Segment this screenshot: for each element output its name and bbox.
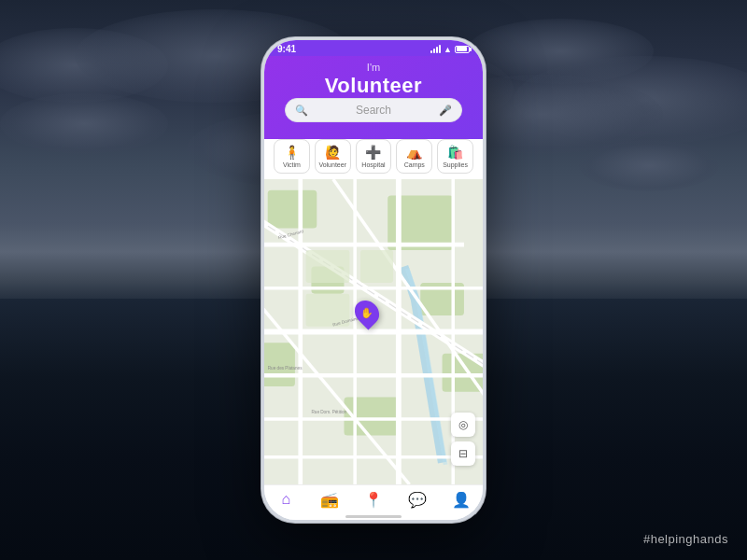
header: I'm Volunteer 🔍 Search 🎤 <box>264 56 483 139</box>
category-bar: 🧍 Victim 🙋 Volunteer ➕ Hospital ⛺ Camps … <box>264 139 483 179</box>
header-subtitle: I'm <box>274 62 473 73</box>
wifi-icon: ▲ <box>444 45 452 54</box>
phone-frame: 9:41 ▲ I'm Volunteer 🔍 Sear <box>261 37 486 523</box>
hashtag-label: #helpinghands <box>643 532 728 546</box>
search-input[interactable]: Search <box>313 104 434 117</box>
indicator-bar <box>345 515 402 518</box>
supplies-label: Supplies <box>443 161 468 168</box>
volunteer-icon: 🙋 <box>325 145 341 160</box>
header-title: Volunteer <box>274 74 473 98</box>
svg-rect-5 <box>264 343 295 386</box>
category-victim[interactable]: 🧍 Victim <box>274 139 310 174</box>
map-controls: ◎ ⊟ <box>451 413 475 466</box>
nav-radio[interactable]: 📻 <box>308 491 352 509</box>
svg-rect-1 <box>268 190 317 229</box>
phone-screen: 9:41 ▲ I'm Volunteer 🔍 Sear <box>264 40 483 520</box>
camps-icon: ⛺ <box>406 145 422 160</box>
category-supplies[interactable]: 🛍️ Supplies <box>437 139 473 174</box>
map-pin: ✋ <box>356 300 378 326</box>
svg-rect-22 <box>306 250 350 283</box>
category-hospital[interactable]: ➕ Hospital <box>356 139 392 174</box>
nav-profile[interactable]: 👤 <box>439 491 483 509</box>
location-button[interactable]: ◎ <box>451 413 475 437</box>
category-volunteer[interactable]: 🙋 Volunteer <box>315 139 351 174</box>
chat-icon: 💬 <box>408 491 427 509</box>
hospital-icon: ➕ <box>365 145 381 160</box>
pin-icon: ✋ <box>360 306 374 318</box>
status-time: 9:41 <box>277 44 296 54</box>
map-area[interactable]: Rue Chenard Rue Domaine Changeux Rue des… <box>264 179 483 484</box>
signal-icon <box>430 45 441 53</box>
svg-rect-23 <box>360 250 393 283</box>
nav-location[interactable]: 📍 <box>352 491 396 509</box>
bottom-nav: ⌂ 📻 📍 💬 👤 <box>264 484 483 516</box>
search-icon: 🔍 <box>295 105 308 117</box>
microphone-icon[interactable]: 🎤 <box>439 105 452 117</box>
hospital-label: Hospital <box>361 161 385 168</box>
layers-button[interactable]: ⊟ <box>451 441 475 466</box>
location-nav-icon: 📍 <box>364 491 383 509</box>
battery-icon <box>455 46 470 53</box>
svg-text:Rue des Platanes: Rue des Platanes <box>268 366 303 371</box>
svg-text:Rue Dom. Pétition: Rue Dom. Pétition <box>311 410 346 414</box>
status-icons: ▲ <box>430 45 470 54</box>
status-bar: 9:41 ▲ <box>264 40 483 56</box>
camps-label: Camps <box>404 161 425 168</box>
nav-home[interactable]: ⌂ <box>264 491 308 509</box>
search-bar[interactable]: 🔍 Search 🎤 <box>285 98 462 122</box>
nav-chat[interactable]: 💬 <box>395 491 439 509</box>
profile-nav-icon: 👤 <box>452 491 471 509</box>
home-icon: ⌂ <box>282 491 291 508</box>
category-camps[interactable]: ⛺ Camps <box>396 139 432 174</box>
supplies-icon: 🛍️ <box>447 145 463 160</box>
home-indicator <box>264 516 483 520</box>
victim-icon: 🧍 <box>284 145 300 160</box>
volunteer-label: Volunteer <box>318 161 346 168</box>
radio-icon: 📻 <box>320 491 339 509</box>
map-svg: Rue Chenard Rue Domaine Changeux Rue des… <box>264 179 483 484</box>
victim-label: Victim <box>283 161 301 168</box>
